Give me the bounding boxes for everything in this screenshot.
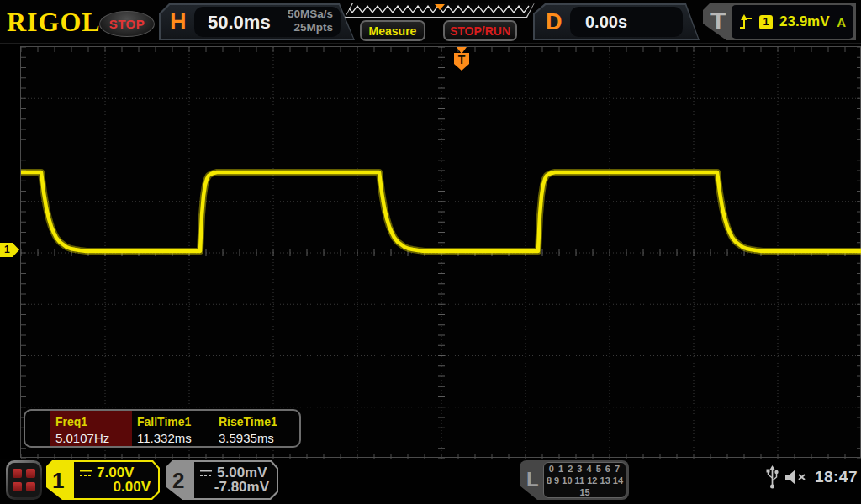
clock: 18:47	[815, 468, 858, 486]
channel2-offset: -7.80mV	[214, 479, 269, 496]
measurement-falltime1[interactable]: FallTime1 11.332ms	[132, 411, 214, 446]
sample-rate: 50MSa/s	[288, 8, 333, 21]
trigger-position-marker[interactable]: T	[453, 47, 470, 72]
memory-depth: 25Mpts	[288, 21, 333, 34]
stop-run-button[interactable]: STOP/RUN	[443, 20, 517, 41]
channel2-widget[interactable]: 2 5.00mV -7.80mV	[166, 460, 278, 500]
usb-icon	[766, 465, 779, 489]
menu-grid-icon	[8, 463, 40, 497]
measurement-freq1[interactable]: Freq1 5.0107Hz	[50, 411, 132, 446]
bottom-status-bar: 1 7.00V 0.00V 2	[0, 459, 861, 504]
speaker-muted-icon[interactable]	[785, 469, 808, 486]
measurement-value: 3.5935ms	[219, 431, 295, 445]
trigger-info: 1 23.9mV A	[732, 5, 853, 39]
logic-row-0-7: 0 1 2 3 4 5 6 7	[544, 463, 626, 475]
trigger-t-flag-icon: T	[454, 53, 469, 71]
trigger-level-value: 23.9mV	[779, 13, 830, 30]
sample-rate-info: 50MSa/s 25Mpts	[288, 8, 333, 34]
ch1-ground-level-marker[interactable]: 1	[0, 243, 19, 257]
oscilloscope-screen: RIGOL STOP H 50.0ms 50MSa/s 25Mpts Measu…	[0, 0, 861, 504]
channel1-panel: 7.00V 0.00V	[74, 462, 158, 498]
logic-channels-widget[interactable]: L 0 1 2 3 4 5 6 7 8 9 10 11 12 13 14 15	[520, 460, 629, 500]
logic-row-8-15: 8 9 10 11 12 13 14 15	[544, 475, 626, 498]
measurement-risetime1[interactable]: RiseTime1 3.5935ms	[214, 411, 295, 446]
waveform-layer	[21, 47, 861, 459]
dc-coupling-icon	[199, 469, 213, 478]
ch1-waveform-trace	[21, 172, 861, 251]
trigger-mode: A	[837, 15, 846, 29]
brand-logo: RIGOL	[7, 7, 101, 38]
measurements-panel: Freq1 5.0107Hz FallTime1 11.332ms RiseTi…	[24, 409, 301, 448]
channel1-number: 1	[52, 468, 64, 494]
overview-zigzag-icon	[345, 3, 535, 18]
trigger-panel[interactable]: T 1 23.9mV A	[703, 3, 856, 40]
measurement-value: 5.0107Hz	[55, 431, 132, 445]
channel2-number: 2	[172, 468, 184, 494]
waveform-display: T	[20, 46, 861, 458]
delay-value: 0.00s	[585, 13, 627, 32]
channel1-widget[interactable]: 1 7.00V 0.00V	[46, 460, 160, 500]
top-status-bar: RIGOL STOP H 50.0ms 50MSa/s 25Mpts Measu…	[0, 0, 861, 44]
delay-panel[interactable]: D 0.00s	[533, 3, 700, 40]
channel2-panel: 5.00mV -7.80mV	[194, 462, 277, 498]
timebase-value: 50.0ms	[208, 12, 271, 34]
channel1-offset: 0.00V	[114, 479, 151, 496]
d-label: D	[546, 9, 563, 35]
logic-panel: 0 1 2 3 4 5 6 7 8 9 10 11 12 13 14 15	[543, 462, 626, 498]
measurement-value: 11.332ms	[137, 431, 214, 445]
system-status-icons: 18:47	[766, 465, 858, 489]
t-label: T	[710, 7, 726, 35]
trigger-position-triangle-icon	[457, 47, 467, 54]
dc-coupling-icon	[79, 469, 92, 478]
measure-button[interactable]: Measure	[360, 20, 425, 41]
horizontal-timebase-panel[interactable]: H 50.0ms 50MSa/s 25Mpts	[159, 3, 355, 40]
rising-edge-trigger-icon	[739, 14, 753, 29]
measurement-label: FallTime1	[137, 415, 214, 428]
acquisition-status-badge: STOP	[99, 11, 155, 37]
trigger-source-badge: 1	[759, 15, 773, 29]
logic-label: L	[526, 468, 539, 491]
all-channels-menu-button[interactable]	[6, 460, 42, 500]
measurement-label: Freq1	[55, 415, 132, 428]
measurement-label: RiseTime1	[219, 415, 295, 428]
waveform-overview-strip[interactable]	[345, 3, 535, 18]
h-label: H	[170, 9, 187, 35]
